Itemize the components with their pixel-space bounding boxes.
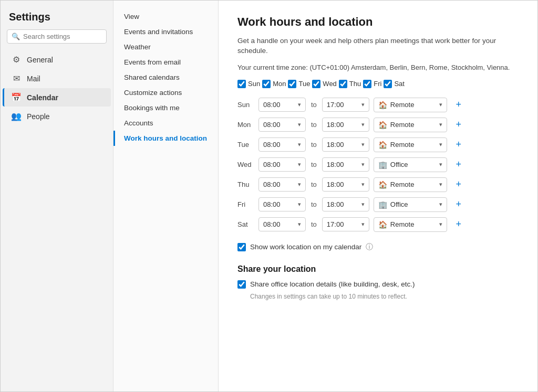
end-time-thu[interactable]: 18:00 ▾ — [322, 177, 369, 192]
location-arrow: ▾ — [439, 121, 442, 128]
location-arrow: ▾ — [439, 221, 442, 228]
add-location-button-wed[interactable]: + — [451, 157, 466, 172]
sidebar-item-general[interactable]: ⚙ General — [3, 50, 111, 69]
calendar-icon: 📅 — [11, 92, 22, 102]
location-label: Remote — [390, 220, 434, 228]
mid-nav-item-events-invitations[interactable]: Events and invitations — [113, 24, 218, 39]
mid-nav-item-bookings[interactable]: Bookings with me — [113, 100, 218, 115]
day-label-wed: Wed — [323, 80, 337, 88]
app-title: Settings — [1, 7, 113, 29]
sidebar-item-label: Calendar — [27, 93, 58, 102]
start-time-wed[interactable]: 08:00 ▾ — [258, 157, 306, 172]
start-time-mon[interactable]: 08:00 ▾ — [258, 118, 306, 132]
schedule-row-mon: Mon 08:00 ▾ to 18:00 ▾ 🏠 Remote ▾ + — [237, 118, 519, 132]
day-checkbox-sun[interactable] — [237, 80, 246, 88]
location-select-fri[interactable]: 🏢 Office ▾ — [374, 197, 447, 212]
location-select-tue[interactable]: 🏠 Remote ▾ — [374, 137, 447, 152]
mid-nav-item-customize-actions[interactable]: Customize actions — [113, 85, 218, 100]
mail-icon: ✉ — [11, 73, 22, 83]
add-location-button-sun[interactable]: + — [451, 98, 466, 112]
share-section-title: Share your location — [237, 264, 519, 274]
location-select-thu[interactable]: 🏠 Remote ▾ — [374, 177, 447, 192]
day-checkbox-wed[interactable] — [312, 80, 320, 88]
mid-nav-item-events-from-email[interactable]: Events from email — [113, 55, 218, 70]
search-box[interactable]: 🔍 — [7, 29, 107, 44]
mid-nav-item-accounts[interactable]: Accounts — [113, 115, 218, 131]
sidebar-item-label: Mail — [27, 75, 40, 83]
start-time-fri[interactable]: 08:00 ▾ — [258, 197, 306, 211]
mid-nav-item-view[interactable]: View — [113, 9, 218, 24]
day-label-mon: Mon — [273, 80, 286, 88]
location-arrow: ▾ — [439, 181, 442, 188]
start-time-sat[interactable]: 08:00 ▾ — [258, 217, 306, 231]
location-label: Remote — [390, 141, 434, 149]
to-label: to — [311, 220, 317, 228]
schedule-row-sat: Sat 08:00 ▾ to 17:00 ▾ 🏠 Remote ▾ + — [237, 217, 519, 232]
to-label: to — [311, 161, 317, 168]
sidebar-item-calendar[interactable]: 📅 Calendar — [3, 88, 111, 107]
add-location-button-mon[interactable]: + — [451, 118, 466, 132]
mid-nav-item-work-hours[interactable]: Work hours and location — [113, 131, 218, 146]
location-label: Office — [390, 161, 434, 168]
location-select-sat[interactable]: 🏠 Remote ▾ — [374, 217, 447, 232]
add-location-button-thu[interactable]: + — [451, 177, 466, 192]
search-icon: 🔍 — [12, 33, 20, 40]
schedule-row-sun: Sun 08:00 ▾ to 17:00 ▾ 🏠 Remote ▾ + — [237, 98, 519, 112]
end-time-mon[interactable]: 18:00 ▾ — [322, 118, 369, 132]
day-name-wed: Wed — [237, 161, 254, 168]
end-time-wed[interactable]: 18:00 ▾ — [322, 157, 369, 172]
end-time-sat[interactable]: 17:00 ▾ — [322, 217, 369, 231]
location-label: Remote — [390, 101, 434, 109]
location-select-mon[interactable]: 🏠 Remote ▾ — [374, 118, 447, 132]
day-check-sun: Sun — [237, 80, 260, 88]
add-location-button-tue[interactable]: + — [451, 137, 466, 152]
mid-nav-item-weather[interactable]: Weather — [113, 39, 218, 55]
schedule-row-fri: Fri 08:00 ▾ to 18:00 ▾ 🏢 Office ▾ + — [237, 197, 519, 212]
schedule-row-wed: Wed 08:00 ▾ to 18:00 ▾ 🏢 Office ▾ + — [237, 157, 519, 172]
share-location-checkbox[interactable] — [237, 280, 246, 289]
end-time-fri[interactable]: 18:00 ▾ — [322, 197, 369, 211]
search-input[interactable] — [23, 33, 102, 40]
sidebar-item-people[interactable]: 👥 People — [3, 107, 111, 125]
start-time-sun[interactable]: 08:00 ▾ — [258, 98, 306, 112]
end-time-tue[interactable]: 18:00 ▾ — [322, 137, 369, 152]
to-label: to — [311, 181, 317, 188]
office-icon: 🏢 — [378, 161, 387, 169]
show-location-checkbox[interactable] — [237, 243, 246, 251]
day-name-tue: Tue — [237, 141, 254, 149]
sidebar-item-label: General — [27, 56, 53, 64]
info-icon[interactable]: ⓘ — [366, 242, 373, 252]
day-checkboxes-row: SunMonTueWedThuFriSat — [237, 80, 519, 88]
start-time-arrow: ▾ — [298, 221, 301, 228]
home-icon: 🏠 — [378, 181, 387, 189]
day-checkbox-sat[interactable] — [384, 80, 392, 88]
day-check-fri: Fri — [363, 80, 381, 88]
end-time-arrow: ▾ — [361, 181, 365, 188]
sidebar-nav: ⚙ General ✉ Mail 📅 Calendar 👥 People — [1, 50, 113, 126]
mid-nav-item-shared-calendars[interactable]: Shared calendars — [113, 70, 218, 85]
location-select-wed[interactable]: 🏢 Office ▾ — [374, 157, 447, 172]
end-time-arrow: ▾ — [361, 101, 365, 108]
day-label-tue: Tue — [298, 80, 310, 88]
end-time-sun[interactable]: 17:00 ▾ — [322, 98, 369, 112]
day-label-sat: Sat — [394, 80, 405, 88]
location-arrow: ▾ — [439, 161, 442, 168]
share-location-label: Share office location details (like buil… — [250, 280, 415, 288]
day-checkbox-mon[interactable] — [262, 80, 271, 88]
sidebar-item-mail[interactable]: ✉ Mail — [3, 69, 111, 88]
day-name-sat: Sat — [237, 220, 254, 228]
day-checkbox-fri[interactable] — [363, 80, 371, 88]
day-check-wed: Wed — [312, 80, 337, 88]
day-label-sun: Sun — [248, 80, 260, 88]
add-location-button-fri[interactable]: + — [451, 197, 466, 212]
schedule-row-thu: Thu 08:00 ▾ to 18:00 ▾ 🏠 Remote ▾ + — [237, 177, 519, 192]
schedule-rows: Sun 08:00 ▾ to 17:00 ▾ 🏠 Remote ▾ + Mon … — [237, 98, 519, 232]
day-checkbox-tue[interactable] — [288, 80, 296, 88]
day-checkbox-thu[interactable] — [339, 80, 347, 88]
day-check-sat: Sat — [384, 80, 405, 88]
start-time-tue[interactable]: 08:00 ▾ — [258, 137, 306, 152]
share-location-row: Share office location details (like buil… — [237, 280, 519, 289]
start-time-thu[interactable]: 08:00 ▾ — [258, 177, 306, 192]
add-location-button-sat[interactable]: + — [451, 217, 466, 232]
location-select-sun[interactable]: 🏠 Remote ▾ — [374, 98, 447, 112]
